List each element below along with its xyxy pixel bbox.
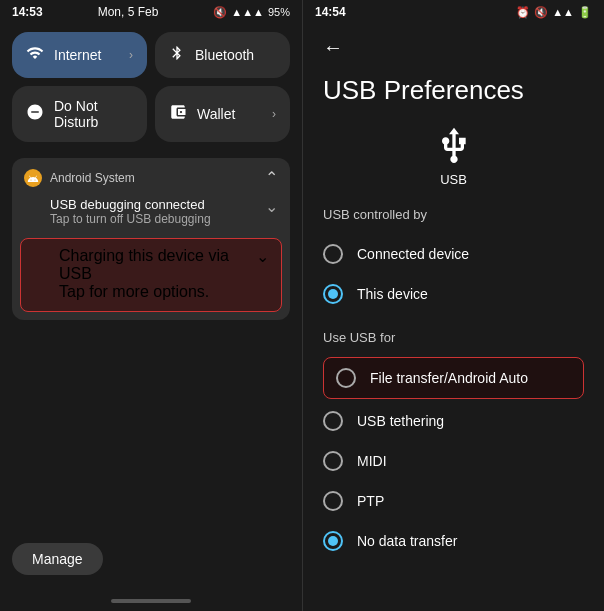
ptp-option[interactable]: PTP (323, 481, 584, 521)
manage-btn-area: Manage (0, 535, 302, 591)
bluetooth-tile[interactable]: Bluetooth (155, 32, 290, 78)
no-data-transfer-radio[interactable] (323, 531, 343, 551)
bluetooth-icon (169, 44, 185, 66)
status-bar-right: 14:54 ⏰ 🔇 ▲▲ 🔋 (303, 0, 604, 24)
charging-subtitle: Tap for more options. (59, 283, 256, 301)
wifi-signal-icon: ▲▲▲ (231, 6, 264, 18)
status-icons-right: ⏰ 🔇 ▲▲ 🔋 (516, 6, 592, 19)
date-left: Mon, 5 Feb (98, 5, 159, 19)
charging-chevron[interactable]: ⌄ (256, 247, 269, 266)
mute-icon: 🔇 (213, 6, 227, 19)
signal-icon-right: ▲▲ (552, 6, 574, 18)
internet-tile[interactable]: Internet › (12, 32, 147, 78)
wifi-icon (26, 44, 44, 66)
this-device-label: This device (357, 286, 428, 302)
ptp-label: PTP (357, 493, 384, 509)
no-data-transfer-label: No data transfer (357, 533, 457, 549)
back-button[interactable]: ← (323, 36, 343, 59)
usb-icon (434, 126, 474, 166)
android-system-notification: Android System ⌃ USB debugging connected… (12, 158, 290, 320)
internet-arrow: › (129, 48, 133, 62)
android-system-icon (24, 169, 42, 187)
notif-app-name: Android System (50, 171, 257, 185)
usb-tethering-option[interactable]: USB tethering (323, 401, 584, 441)
left-panel: 14:53 Mon, 5 Feb 🔇 ▲▲▲ 95% Internet › (0, 0, 302, 611)
charging-text: Charging this device via USB Tap for mor… (59, 247, 256, 301)
usb-debugging-text: USB debugging connected Tap to turn off … (50, 197, 265, 226)
dnd-icon (26, 103, 44, 125)
right-content: ← USB Preferences USB USB controlled by … (303, 24, 604, 611)
home-bar-left (111, 599, 191, 603)
internet-label: Internet (54, 47, 101, 63)
battery-left: 95% (268, 6, 290, 18)
usb-label: USB (440, 172, 467, 187)
file-transfer-option[interactable]: File transfer/Android Auto (323, 357, 584, 399)
dnd-label: Do Not Disturb (54, 98, 133, 130)
page-title: USB Preferences (323, 75, 584, 106)
usb-icon-area: USB (323, 126, 584, 187)
notif-expand-icon[interactable]: ⌃ (265, 168, 278, 187)
usb-debugging-subtitle: Tap to turn off USB debugging (50, 212, 265, 226)
midi-label: MIDI (357, 453, 387, 469)
connected-device-radio[interactable] (323, 244, 343, 264)
quick-tiles: Internet › Bluetooth Do Not Disturb (0, 24, 302, 150)
time-right: 14:54 (315, 5, 346, 19)
usb-tethering-radio[interactable] (323, 411, 343, 431)
dnd-tile[interactable]: Do Not Disturb (12, 86, 147, 142)
usb-tethering-label: USB tethering (357, 413, 444, 429)
battery-right: 🔋 (578, 6, 592, 19)
alarm-icon: ⏰ (516, 6, 530, 19)
this-device-option[interactable]: This device (323, 274, 584, 314)
connected-device-label: Connected device (357, 246, 469, 262)
charging-title: Charging this device via USB (59, 247, 256, 283)
use-usb-section: Use USB for File transfer/Android Auto U… (323, 330, 584, 561)
control-radio-group: Connected device This device (323, 234, 584, 314)
mute-icon-right: 🔇 (534, 6, 548, 19)
wallet-label: Wallet (197, 106, 235, 122)
file-transfer-radio[interactable] (336, 368, 356, 388)
wallet-tile[interactable]: Wallet › (155, 86, 290, 142)
file-transfer-label: File transfer/Android Auto (370, 370, 528, 386)
no-data-transfer-option[interactable]: No data transfer (323, 521, 584, 561)
home-indicator-left (0, 591, 302, 611)
usb-controlled-by-label: USB controlled by (323, 207, 584, 222)
status-icons-left: 🔇 ▲▲▲ 95% (213, 6, 290, 19)
manage-button[interactable]: Manage (12, 543, 103, 575)
use-usb-for-label: Use USB for (323, 330, 584, 345)
bluetooth-label: Bluetooth (195, 47, 254, 63)
wallet-icon (169, 103, 187, 125)
notif-header: Android System ⌃ (12, 158, 290, 193)
wallet-arrow: › (272, 107, 276, 121)
usb-debugging-notif[interactable]: USB debugging connected Tap to turn off … (12, 193, 290, 234)
charging-notif[interactable]: Charging this device via USB Tap for mor… (20, 238, 282, 312)
time-left: 14:53 (12, 5, 43, 19)
usb-debugging-title: USB debugging connected (50, 197, 265, 212)
usb-debugging-chevron[interactable]: ⌄ (265, 197, 278, 216)
connected-device-option[interactable]: Connected device (323, 234, 584, 274)
ptp-radio[interactable] (323, 491, 343, 511)
midi-option[interactable]: MIDI (323, 441, 584, 481)
status-bar-left: 14:53 Mon, 5 Feb 🔇 ▲▲▲ 95% (0, 0, 302, 24)
no-data-transfer-radio-dot (328, 536, 338, 546)
this-device-radio[interactable] (323, 284, 343, 304)
this-device-radio-dot (328, 289, 338, 299)
midi-radio[interactable] (323, 451, 343, 471)
notification-area: Android System ⌃ USB debugging connected… (0, 150, 302, 535)
right-panel: 14:54 ⏰ 🔇 ▲▲ 🔋 ← USB Preferences USB USB… (302, 0, 604, 611)
